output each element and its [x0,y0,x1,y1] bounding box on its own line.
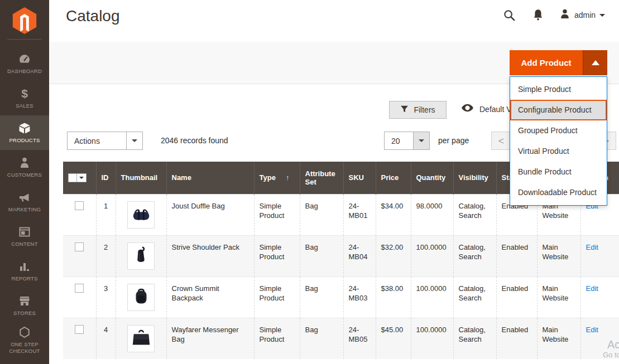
select-all-dropdown[interactable] [77,173,87,182]
column-label: Visibility [459,173,488,182]
page-title: Catalog [66,7,120,25]
cell-price: $45.00 [376,318,411,359]
cell-sku: 24-MB01 [343,194,376,235]
edit-link[interactable]: Edit [586,243,598,251]
sidebar-item-label: MARKETING [8,206,41,213]
cell-id: 3 [96,276,116,318]
sort-asc-arrow-icon: ↑ [286,174,289,182]
row-checkbox[interactable] [75,284,84,293]
per-page-select[interactable]: 20 [384,132,430,150]
eye-icon [461,104,474,114]
dashboard-icon [18,53,31,65]
records-count-text: 2046 records found [161,132,228,150]
sidebar-item-one-step-checkout[interactable]: ONE STEP CHECKOUT [0,323,49,357]
previous-page-button[interactable]: < [491,132,511,150]
column-header-name[interactable]: Name [166,162,254,194]
menu-item-bundle-product[interactable]: Bundle Product [510,162,607,182]
cell-sku: 24-MB05 [343,318,376,359]
cell-websites: Main Website [537,276,580,318]
menu-item-simple-product[interactable]: Simple Product [510,79,607,100]
cell-name: Joust Duffle Bag [166,194,254,235]
cell-sku: 24-MB03 [343,276,376,318]
cell-id: 2 [96,235,116,276]
column-header-price[interactable]: Price [376,162,411,194]
sidebar-item-marketing[interactable]: MARKETING [0,185,49,219]
cell-thumbnail [116,235,166,276]
cell-attribute-set: Bag [300,235,343,276]
column-label: SKU [349,173,364,182]
actions-select-arrow[interactable] [126,132,142,149]
edit-link[interactable]: Edit [586,326,598,334]
cell-action: Edit [580,235,619,276]
add-product-button[interactable]: Add Product [510,50,607,75]
sidebar-item-label: DASHBOARD [7,68,42,75]
sidebar-item-label: REPORTS [11,275,37,282]
row-checkbox[interactable] [75,242,84,251]
menu-item-virtual-product[interactable]: Virtual Product [510,141,607,162]
cell-price: $32.00 [376,235,411,276]
stores-icon [18,295,31,307]
menu-item-grouped-product[interactable]: Grouped Product [510,120,607,141]
top-header: Catalog admin [49,0,619,42]
column-label: Thumbnail [121,173,158,182]
notifications-bell-icon[interactable] [531,8,545,22]
cell-visibility: Catalog, Search [453,318,496,359]
column-header-sku[interactable]: SKU [343,162,376,194]
row-checkbox[interactable] [75,201,84,210]
edit-link[interactable]: Edit [586,284,598,293]
column-header-thumbnail[interactable]: Thumbnail [116,162,166,194]
column-header-id[interactable]: ID [96,162,116,194]
sidebar-item-stores[interactable]: STORES [0,288,49,323]
cell-sku: 24-MB04 [343,235,376,276]
caret-down-icon [79,177,84,179]
actions-select[interactable]: Actions [67,132,143,150]
caret-down-icon [599,14,605,17]
sidebar-item-products[interactable]: PRODUCTS [0,115,49,150]
cell-thumbnail [116,194,166,235]
add-product-toggle[interactable] [583,50,607,75]
select-all-checkbox[interactable] [68,173,77,182]
column-header-attribute_set[interactable]: Attribute Set [300,162,343,194]
shoulder-pack-photo [127,242,155,270]
sidebar-item-reports[interactable]: REPORTS [0,254,49,288]
search-icon[interactable] [502,8,516,22]
cell-status: Enabled [496,318,537,359]
messenger-bag-photo [127,325,155,352]
filters-button[interactable]: Filters [389,101,447,119]
backpack-photo [127,284,155,311]
duffle-bag-photo [127,201,155,229]
cell-attribute-set: Bag [300,318,343,359]
per-page-select-arrow[interactable] [413,132,429,149]
cell-id: 1 [96,194,116,235]
row-checkbox[interactable] [75,325,84,334]
sidebar: DASHBOARD$SALESPRODUCTSCUSTOMERSMARKETIN… [0,0,49,364]
cell-select [63,235,96,276]
menu-item-configurable-product[interactable]: Configurable Product [510,100,607,120]
cell-visibility: Catalog, Search [453,276,496,318]
account-menu[interactable]: admin [559,8,605,22]
add-product-dropdown: Simple ProductConfigurable ProductGroupe… [510,76,607,206]
checkout-icon [18,326,31,338]
sidebar-item-dashboard[interactable]: DASHBOARD [0,46,49,81]
account-username: admin [574,11,596,20]
sidebar-item-sales[interactable]: $SALES [0,81,49,115]
column-header-quantity[interactable]: Quantity [411,162,453,194]
magento-logo-icon[interactable] [11,7,38,36]
select-all-control[interactable] [68,173,91,182]
cell-attribute-set: Bag [300,276,343,318]
filters-label: Filters [414,105,435,114]
cell-select [63,276,96,318]
products-icon [18,122,31,134]
menu-item-downloadable-product[interactable]: Downloadable Product [510,182,607,203]
sidebar-item-label: ONE STEP CHECKOUT [2,341,47,355]
magento-admin-screen: DASHBOARD$SALESPRODUCTSCUSTOMERSMARKETIN… [0,0,619,364]
sidebar-item-content[interactable]: CONTENT [0,219,49,254]
sidebar-item-customers[interactable]: CUSTOMERS [0,150,49,185]
column-header-type[interactable]: Type↑ [254,162,300,194]
product-row-2: 2Strive Shoulder PackSimple ProductBag24… [63,235,619,276]
column-header-visibility[interactable]: Visibility [453,162,496,194]
cell-id: 4 [96,318,116,359]
cell-status: Enabled [496,276,537,318]
column-label: Attribute Set [305,169,335,186]
content-icon [18,226,31,238]
